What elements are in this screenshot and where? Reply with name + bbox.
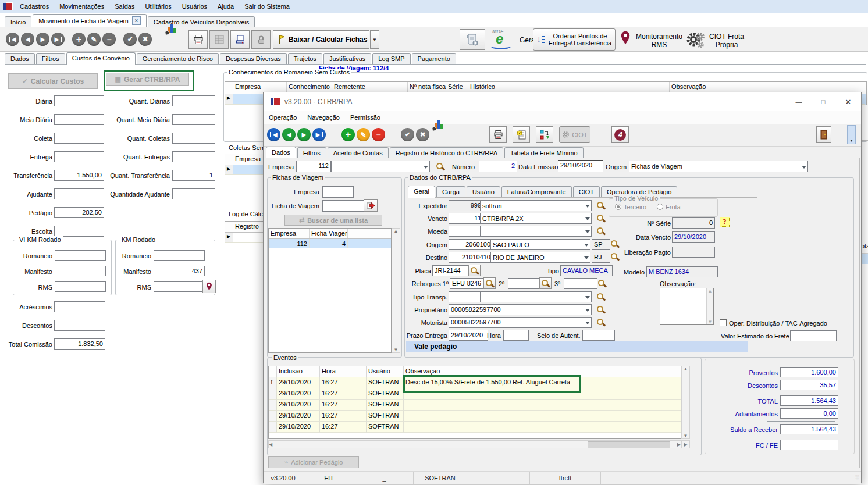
valor-estimado-field[interactable] [790,330,837,341]
menu-cadastros[interactable]: Cadastros [15,1,54,12]
destino-uf-field[interactable]: RJ [592,252,610,263]
column-header[interactable]: Empresa [233,154,265,165]
modelo-field[interactable]: M BENZ 1634 [646,266,718,277]
menu-ajuda[interactable]: Ajuda [212,1,239,12]
menu-movimentacoes[interactable]: Movimentações [54,1,109,12]
ordenar-pontos-button[interactable]: ↓ Ordenar Pontos deEntrega\Transferência [533,28,616,51]
terceiro-radio[interactable] [615,204,621,210]
eventos-vscrollbar[interactable]: ▲▼ [681,366,690,439]
grid-report-button[interactable] [209,30,229,49]
empresa-field[interactable]: 112 [296,161,331,172]
meia-diaria-field[interactable] [54,114,104,125]
search-icon[interactable] [596,293,605,301]
table-row[interactable]: 112 4 [269,239,391,248]
edit-record-button[interactable]: ✎ [357,128,370,141]
oper-distribuicao-checkbox[interactable] [720,319,727,326]
modal-tab-acerto[interactable]: Acerto de Contas [328,147,389,158]
monitoramento-rms-label[interactable]: MonitoramentoRMS [634,33,684,49]
modal-tab-registro-historico[interactable]: Registro de Histórico do CTRB/RPA [390,147,503,158]
proventos-field[interactable]: 1.600,00 [780,367,838,377]
print-button[interactable] [489,126,507,143]
total-field[interactable]: 1.564,43 [780,395,838,406]
reboque1-field[interactable]: EFU-8246 [450,278,486,289]
data-vencto-field[interactable]: 29/10/2020 [672,231,715,243]
diaria-field[interactable] [54,95,104,106]
nav-next-button[interactable]: ▶ [297,128,311,141]
search-icon[interactable] [596,214,605,223]
eventos-hscrollbar[interactable]: ◀ ▶ [268,440,681,448]
vikm-romaneio-field[interactable] [55,250,106,261]
baixar-calcular-button[interactable]: Baixar / Calcular Fichas [273,30,369,49]
subtab-justificativas[interactable]: Justificativas [323,53,371,64]
origem-combo[interactable]: SAO PAULO [490,239,590,250]
tab-inicio[interactable]: Início [5,16,31,27]
menu-saidas[interactable]: Saídas [109,1,140,12]
minimize-button[interactable]: — [787,92,811,111]
print-preview-button[interactable] [230,30,250,49]
vikm-rms-field[interactable] [55,281,106,292]
descontos-total-field[interactable]: 35,57 [780,380,838,390]
column-header[interactable]: Hora [320,366,367,377]
table-row[interactable]: 29/10/2020 16:27 SOFTRAN [269,388,681,400]
lock-button[interactable] [251,30,271,49]
modal-tab-dados[interactable]: Dados [266,147,296,159]
tab-close-icon[interactable]: ✕ [132,16,141,25]
reboque2-search-button[interactable] [539,277,552,289]
confirm-button[interactable]: ✔ [123,33,137,46]
n-serie-field[interactable]: 0 [672,217,715,229]
tab-fatura-comprovante[interactable]: Fatura/Comprovante [501,186,572,197]
delete-record-button[interactable]: − [102,33,116,46]
close-button[interactable]: ✕ [835,92,861,111]
numero-field[interactable]: 2 [479,161,517,172]
quant-coletas-field[interactable] [172,133,215,144]
search-icon[interactable] [597,279,606,288]
eventos-corner-button[interactable]: ▶ [681,440,690,448]
confirm-button[interactable]: ✔ [401,128,414,141]
total-comissao-field[interactable]: 1.832,50 [54,338,105,350]
search-icon[interactable] [596,305,605,314]
subtab-filtros[interactable]: Filtros [36,53,65,64]
motorista-combo[interactable] [514,317,592,328]
transfer-button[interactable] [536,126,553,143]
subtab-gerenciamento-risco[interactable]: Gerenciamento de Risco [137,53,219,64]
column-header[interactable]: Empresa [269,229,310,238]
log-calculo-grid[interactable]: Registro ▶ [225,221,266,287]
contract-button[interactable] [460,29,485,50]
table-row[interactable]: 29/10/2020 16:27 SOFTRAN [269,411,681,422]
add-record-button[interactable]: + [341,128,355,141]
saldo-receber-field[interactable]: 1.564,43 [780,424,838,434]
prazo-entrega-field[interactable]: 29/10/2020 [449,330,488,341]
vale-pedagio-bar[interactable]: Vale pedágio [406,341,748,352]
moeda-combo[interactable] [480,226,592,237]
frota-radio[interactable] [657,204,663,210]
nav-next-button[interactable]: ▶ [36,33,49,46]
coleta-field[interactable] [54,133,104,144]
origem-code-field[interactable]: 2060100 [449,239,493,250]
km-rms-pin-button[interactable] [202,280,216,293]
origem-uf-field[interactable]: SP [592,239,610,250]
empresa-combo[interactable] [331,161,430,172]
data-emissao-field[interactable]: 29/10/2020 [558,160,603,172]
column-header[interactable]: Inclusão [277,366,320,377]
table-row[interactable]: 29/10/2020 16:27 SOFTRAN [269,400,681,411]
search-icon[interactable] [610,252,619,261]
cancel-button[interactable]: ✖ [138,33,152,46]
subtab-trajetos[interactable]: Trajetos [288,53,322,64]
menu-usuarios[interactable]: Usuários [177,1,212,12]
calcular-custos-button[interactable]: ✓ Calcular Custos [8,73,98,89]
observacao-textarea[interactable]: ▲▼ [660,288,714,325]
origem-dropdown[interactable]: Fichas de Viagem [629,161,808,172]
descontos-field[interactable] [54,320,105,331]
table-row[interactable]: I 29/10/2020 16:27 SOFTRAN Desc de 15,00… [269,377,681,388]
tab-geral[interactable]: Geral [408,186,435,198]
ficha-viagem-field[interactable] [322,200,365,212]
quant-transferencia-field[interactable]: 1 [172,170,215,181]
toolbar-overflow-button[interactable]: ▼ [847,125,856,144]
proprietario-field[interactable]: 00005822597700 [449,304,516,315]
column-header[interactable]: Registro [233,222,265,232]
menu-sair[interactable]: Sair do Sistema [239,1,295,12]
table-row[interactable]: 29/10/2020 16:27 SOFTRAN [269,422,681,433]
gears-icon[interactable] [685,31,705,50]
tipo-transp-code-field[interactable] [449,291,483,302]
ciot-button[interactable]: CIOT [559,126,590,143]
